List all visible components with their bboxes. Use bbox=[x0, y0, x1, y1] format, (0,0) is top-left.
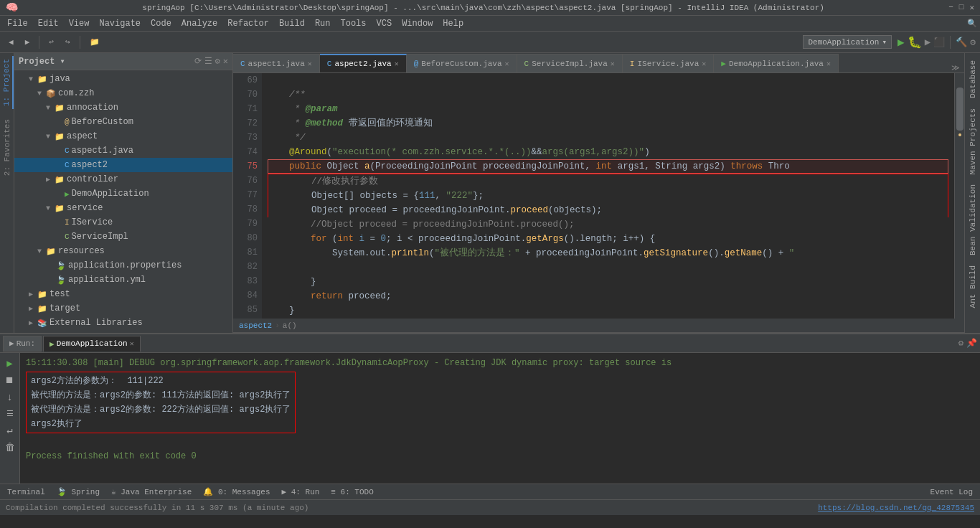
code-line-83: } bbox=[268, 275, 948, 289]
tree-demoapplication[interactable]: ▶ DemoApplication bbox=[14, 187, 232, 201]
tree-resources[interactable]: ▼ 📁 resources bbox=[14, 244, 232, 258]
tree-aspect2[interactable]: C aspect2 bbox=[14, 158, 232, 172]
tab-iservice[interactable]: I IService.java ✕ bbox=[623, 54, 714, 72]
menu-view[interactable]: View bbox=[65, 17, 94, 30]
tree-app-properties[interactable]: 🍃 application.properties bbox=[14, 258, 232, 273]
tab-beforecustom-close[interactable]: ✕ bbox=[505, 60, 509, 68]
toolbar-redo-btn[interactable]: ↪ bbox=[61, 35, 75, 49]
menu-code[interactable]: Code bbox=[146, 17, 176, 30]
tool-terminal[interactable]: Terminal bbox=[3, 486, 50, 498]
run-stop-btn[interactable]: ⏹ bbox=[4, 374, 16, 387]
bottom-tab-demoapplication[interactable]: ▶ DemoApplication ✕ bbox=[43, 336, 141, 352]
bottom-pin-icon[interactable]: 📌 bbox=[966, 338, 977, 349]
tree-serviceimpl[interactable]: C ServiceImpl bbox=[14, 230, 232, 244]
menu-analyze[interactable]: Analyze bbox=[177, 17, 222, 30]
project-panel-title: Project ▾ bbox=[19, 56, 65, 67]
window-controls: − □ ✕ bbox=[948, 3, 974, 12]
toolbar-file-btn[interactable]: 📁 bbox=[85, 35, 104, 49]
favorites-tab[interactable]: 2: Favorites bbox=[1, 116, 13, 179]
close-btn[interactable]: ✕ bbox=[969, 3, 974, 12]
tool-java-enterprise[interactable]: ☕ Java Enterprise bbox=[107, 486, 196, 498]
right-tab-maven[interactable]: Maven Projects bbox=[966, 104, 979, 179]
tool-todo[interactable]: ≡ 6: TODO bbox=[326, 486, 377, 498]
tab-aspect1-close[interactable]: ✕ bbox=[308, 60, 312, 68]
code-content[interactable]: /** * @param * @method 带返回值的环境通知 */ bbox=[262, 73, 954, 319]
run-clear-btn[interactable]: 🗑 bbox=[4, 440, 17, 455]
run-tab-close[interactable]: ✕ bbox=[130, 339, 134, 348]
tab-iservice-close[interactable]: ✕ bbox=[702, 60, 706, 68]
search-everywhere-btn[interactable]: 🔍 bbox=[967, 19, 977, 28]
bottom-settings-icon[interactable]: ⚙ bbox=[958, 338, 963, 349]
run-btn[interactable]: ▶ bbox=[897, 35, 905, 50]
menu-navigate[interactable]: Navigate bbox=[95, 17, 145, 30]
run-wrap-btn[interactable]: ↵ bbox=[5, 423, 14, 438]
tree-controller[interactable]: ▶ 📁 controller bbox=[14, 172, 232, 187]
project-settings-icon[interactable]: ⚙ bbox=[215, 56, 220, 67]
run-with-coverage-btn[interactable]: ▶ bbox=[925, 36, 930, 48]
tool-event-log[interactable]: Event Log bbox=[926, 486, 977, 498]
tab-beforecustom[interactable]: @ BeforeCustom.java ✕ bbox=[407, 54, 517, 72]
build-btn[interactable]: 🔨 bbox=[956, 37, 967, 48]
tab-serviceimpl[interactable]: C ServiceImpl.java ✕ bbox=[517, 54, 623, 72]
run-line-proxy2: 被代理的方法是：args2的参数: 222方法的返回值: args2执行了 bbox=[31, 402, 291, 417]
right-tab-bean[interactable]: Bean Validation bbox=[966, 180, 979, 260]
tree-annocation[interactable]: ▼ 📁 annocation bbox=[14, 100, 232, 115]
tool-messages[interactable]: 🔔 0: Messages bbox=[199, 486, 274, 498]
tree-java[interactable]: ▼ 📁 java bbox=[14, 72, 232, 86]
menu-help[interactable]: Help bbox=[438, 17, 468, 30]
code-line-75: public Object a(ProceedingJoinPoint proc… bbox=[268, 159, 948, 174]
code-line-84: return proceed; bbox=[268, 289, 948, 303]
menu-edit[interactable]: Edit bbox=[34, 17, 63, 30]
tree-target[interactable]: ▶ 📁 target bbox=[14, 301, 232, 316]
tree-aspect[interactable]: ▼ 📁 aspect bbox=[14, 129, 232, 143]
tree-aspect1[interactable]: C aspect1.java bbox=[14, 143, 232, 158]
right-tab-database[interactable]: Database bbox=[966, 56, 979, 103]
tree-beforecustom[interactable]: @ BeforeCustom bbox=[14, 115, 232, 129]
project-panel-tab[interactable]: 1: Project bbox=[1, 56, 14, 109]
toolbar-back-btn[interactable]: ◀ bbox=[4, 35, 18, 49]
tool-run[interactable]: ▶ 4: Run bbox=[278, 486, 324, 498]
run-scroll-end-btn[interactable]: ↓ bbox=[5, 390, 14, 405]
menu-tools[interactable]: Tools bbox=[336, 17, 371, 30]
tree-com-zzh[interactable]: ▼ 📦 com.zzh bbox=[14, 86, 232, 100]
menu-window[interactable]: Window bbox=[397, 17, 437, 30]
breadcrumb: aspect2 › a() bbox=[233, 319, 964, 333]
tab-demoapplication[interactable]: ▶ DemoApplication.java ✕ bbox=[714, 54, 839, 72]
menu-refactor[interactable]: Refactor bbox=[223, 17, 273, 30]
project-close-icon[interactable]: ✕ bbox=[223, 56, 228, 67]
tree-external-libs[interactable]: ▶ 📚 External Libraries bbox=[14, 316, 232, 330]
run-config-selector[interactable]: DemoApplication ▾ bbox=[803, 35, 892, 49]
right-tab-ant[interactable]: Ant Build bbox=[966, 261, 979, 312]
menu-vcs[interactable]: VCS bbox=[372, 17, 397, 30]
tab-serviceimpl-close[interactable]: ✕ bbox=[611, 60, 615, 68]
editor-tabs-overflow[interactable]: ≫ bbox=[947, 63, 964, 72]
tab-aspect2-icon: C bbox=[327, 60, 332, 68]
scrollbar-thumb[interactable] bbox=[956, 88, 963, 131]
maximize-btn[interactable]: □ bbox=[959, 3, 964, 12]
tree-service[interactable]: ▼ 📁 service bbox=[14, 201, 232, 215]
toolbar-forward-btn[interactable]: ▶ bbox=[21, 35, 34, 49]
project-sync-icon[interactable]: ⟳ bbox=[194, 56, 202, 67]
tree-iservice[interactable]: I IService bbox=[14, 215, 232, 230]
tool-spring[interactable]: 🍃 Spring bbox=[52, 486, 104, 498]
tab-aspect2[interactable]: C aspect2.java ✕ bbox=[320, 54, 407, 72]
debug-btn[interactable]: 🐛 bbox=[908, 35, 922, 50]
code-line-76: //修改执行参数 bbox=[268, 174, 948, 189]
project-collapse-icon[interactable]: ☰ bbox=[204, 56, 212, 67]
tab-demoapplication-close[interactable]: ✕ bbox=[826, 60, 831, 68]
menu-build[interactable]: Build bbox=[275, 17, 309, 30]
run-filter-btn[interactable]: ☰ bbox=[5, 407, 15, 420]
tab-aspect1[interactable]: C aspect1.java ✕ bbox=[233, 54, 320, 72]
editor-scrollbar[interactable] bbox=[954, 73, 964, 319]
menu-run[interactable]: Run bbox=[311, 17, 335, 30]
toolbar: ◀ ▶ ↩ ↪ 📁 DemoApplication ▾ ▶ 🐛 ▶ ⬛ 🔨 ⚙ bbox=[0, 32, 980, 53]
tree-app-yml[interactable]: 🍃 application.yml bbox=[14, 273, 232, 287]
run-restart-btn[interactable]: ▶ bbox=[5, 356, 14, 371]
tree-test[interactable]: ▶ 📁 test bbox=[14, 287, 232, 301]
toolbar-undo-btn[interactable]: ↩ bbox=[44, 35, 58, 49]
menu-file[interactable]: File bbox=[3, 17, 32, 30]
settings-btn[interactable]: ⚙ bbox=[970, 37, 976, 48]
minimize-btn[interactable]: − bbox=[948, 3, 953, 12]
stop-btn[interactable]: ⬛ bbox=[933, 37, 945, 48]
tab-aspect2-close[interactable]: ✕ bbox=[395, 60, 399, 68]
